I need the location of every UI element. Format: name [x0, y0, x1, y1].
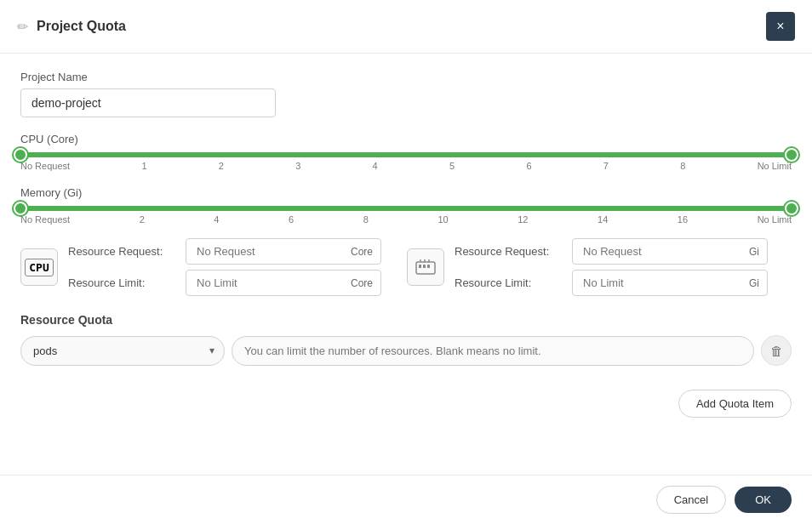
cpu-request-label: Resource Request: — [68, 245, 179, 258]
memory-label: Memory (Gi) — [20, 186, 792, 199]
quota-limit-input[interactable] — [232, 336, 754, 366]
cpu-request-input[interactable] — [186, 238, 381, 265]
cancel-button[interactable]: Cancel — [656, 486, 726, 514]
memory-limit-input[interactable] — [572, 270, 768, 296]
ok-button[interactable]: OK — [735, 487, 792, 513]
cpu-slider-thumb-left[interactable] — [14, 148, 27, 162]
quota-section-label: Resource Quota — [20, 313, 792, 327]
memory-limit-label: Resource Limit: — [455, 276, 565, 289]
pencil-icon: ✏ — [17, 19, 28, 35]
add-quota-button[interactable]: Add Quota Item — [678, 390, 792, 418]
close-icon: × — [776, 19, 784, 34]
cpu-label-0: No Request — [20, 161, 70, 171]
quota-select-wrap: pods cpu memory services ▾ — [20, 336, 225, 366]
add-quota-label: Add Quota Item — [696, 397, 774, 410]
memory-resource-col: Resource Request: Gi Resource Limit: Gi — [407, 238, 768, 296]
memory-slider-labels: No Request 2 4 6 8 10 12 14 16 No Limit — [20, 214, 792, 225]
cpu-limit-row: Resource Limit: Core — [68, 270, 381, 296]
memory-slider-track — [20, 206, 792, 211]
cpu-icon: CPU — [20, 248, 58, 286]
cpu-label-2: 2 — [219, 161, 224, 171]
cpu-label-7: 7 — [603, 161, 609, 171]
memory-label-0: No Request — [20, 214, 70, 225]
memory-label-10: 10 — [437, 214, 448, 225]
memory-label-16: 16 — [678, 214, 688, 225]
cpu-label-8: 8 — [680, 161, 685, 171]
memory-label-4: 4 — [214, 214, 219, 225]
memory-label-nolimit: No Limit — [758, 214, 792, 225]
memory-svg-icon — [414, 255, 437, 279]
add-quota-container: Add Quota Item — [20, 378, 792, 418]
memory-slider[interactable] — [20, 206, 792, 211]
cpu-label-1: 1 — [141, 161, 146, 171]
svg-rect-2 — [423, 265, 426, 268]
close-button[interactable]: × — [766, 12, 795, 41]
cpu-label: CPU (Core) — [20, 133, 792, 145]
memory-request-label: Resource Request: — [455, 245, 565, 258]
cpu-slider[interactable] — [20, 152, 792, 157]
quota-row: pods cpu memory services ▾ 🗑 — [20, 335, 792, 366]
memory-request-input[interactable] — [572, 238, 768, 265]
svg-rect-3 — [427, 265, 430, 268]
svg-rect-1 — [419, 265, 421, 268]
memory-label-2: 2 — [140, 214, 145, 225]
resource-row: CPU Resource Request: Core Resource Limi… — [20, 238, 792, 296]
cpu-limit-input-wrap: Core — [186, 270, 381, 296]
cpu-icon-label: CPU — [25, 259, 53, 276]
cpu-label-4: 4 — [373, 161, 378, 171]
cpu-limit-label: Resource Limit: — [68, 276, 179, 289]
cpu-label-6: 6 — [526, 161, 531, 171]
memory-limit-input-wrap: Gi — [572, 270, 768, 296]
memory-slider-thumb-right[interactable] — [785, 202, 798, 215]
memory-label-8: 8 — [363, 214, 369, 225]
memory-resource-fields: Resource Request: Gi Resource Limit: Gi — [455, 238, 768, 296]
delete-quota-button[interactable]: 🗑 — [761, 335, 792, 366]
cpu-label-3: 3 — [295, 161, 300, 171]
modal-header: ✏ Project Quota × — [0, 0, 812, 54]
svg-rect-0 — [416, 262, 435, 274]
modal-footer: Cancel OK — [0, 475, 812, 524]
header-left: ✏ Project Quota — [17, 19, 126, 35]
cpu-request-input-wrap: Core — [186, 238, 381, 265]
cpu-slider-thumb-right[interactable] — [785, 148, 798, 162]
modal-title: Project Quota — [37, 19, 126, 34]
cpu-label-5: 5 — [449, 161, 455, 171]
memory-request-input-wrap: Gi — [572, 238, 768, 265]
cpu-resource-fields: Resource Request: Core Resource Limit: C… — [68, 238, 381, 296]
memory-request-row: Resource Request: Gi — [455, 238, 768, 265]
memory-icon — [407, 248, 444, 286]
cpu-label-nolimit: No Limit — [758, 161, 792, 171]
cpu-request-row: Resource Request: Core — [68, 238, 381, 265]
cpu-resource-col: CPU Resource Request: Core Resource Limi… — [20, 238, 381, 296]
cpu-slider-labels: No Request 1 2 3 4 5 6 7 8 No Limit — [20, 161, 792, 171]
memory-slider-thumb-left[interactable] — [14, 202, 27, 215]
cpu-slider-track — [20, 152, 792, 157]
memory-limit-row: Resource Limit: Gi — [455, 270, 768, 296]
memory-label-6: 6 — [289, 214, 294, 225]
project-name-input[interactable] — [20, 88, 276, 117]
project-name-label: Project Name — [20, 71, 792, 83]
cpu-limit-input[interactable] — [186, 270, 381, 296]
trash-icon: 🗑 — [770, 344, 783, 358]
memory-label-14: 14 — [598, 214, 608, 225]
memory-label-12: 12 — [518, 214, 528, 225]
quota-select[interactable]: pods cpu memory services — [20, 336, 225, 366]
modal-body: Project Name CPU (Core) No Request 1 2 3… — [0, 54, 812, 475]
modal-dialog: ✏ Project Quota × Project Name CPU (Core… — [0, 0, 812, 524]
